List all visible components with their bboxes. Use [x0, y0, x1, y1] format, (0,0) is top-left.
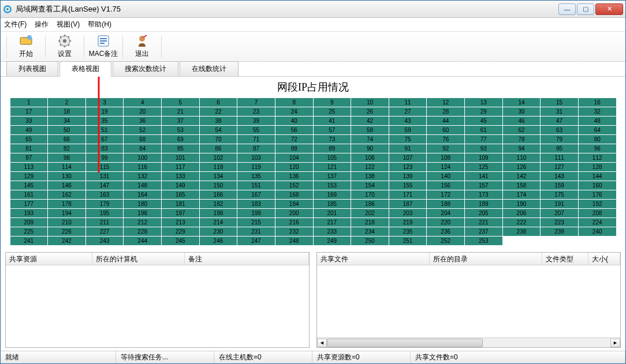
ip-cell[interactable]: 132	[124, 172, 161, 181]
ip-cell[interactable]: 204	[427, 209, 464, 217]
ip-cell[interactable]: 33	[10, 117, 48, 125]
ip-cell[interactable]: 105	[314, 153, 351, 162]
col-computer[interactable]: 所在的计算机	[92, 253, 185, 265]
ip-cell[interactable]: 233	[314, 227, 351, 236]
ip-cell[interactable]: 93	[465, 144, 502, 153]
ip-cell[interactable]: 151	[237, 181, 275, 190]
ip-cell[interactable]: 247	[237, 237, 275, 245]
ip-cell[interactable]: 191	[541, 200, 578, 208]
ip-cell[interactable]: 112	[579, 153, 616, 162]
ip-cell[interactable]: 154	[351, 181, 389, 190]
ip-cell[interactable]: 81	[10, 144, 48, 153]
ip-cell[interactable]: 47	[541, 117, 578, 125]
ip-cell[interactable]: 245	[162, 237, 199, 245]
ip-cell[interactable]: 195	[86, 209, 124, 217]
ip-cell[interactable]: 72	[275, 135, 313, 144]
ip-cell[interactable]: 69	[162, 135, 199, 144]
ip-cell[interactable]: 179	[86, 200, 124, 208]
ip-cell[interactable]: 84	[124, 144, 161, 153]
ip-cell[interactable]: 76	[427, 135, 464, 144]
ip-cell[interactable]: 16	[579, 98, 616, 107]
ip-cell[interactable]: 110	[503, 153, 541, 162]
ip-cell[interactable]: 107	[389, 153, 427, 162]
ip-cell[interactable]: 155	[389, 181, 427, 190]
ip-cell[interactable]: 61	[465, 126, 502, 134]
ip-cell[interactable]: 150	[200, 181, 237, 190]
ip-cell[interactable]: 136	[275, 172, 313, 181]
ip-cell[interactable]: 156	[427, 181, 464, 190]
col-folder[interactable]: 所在的目录	[430, 253, 542, 265]
ip-cell[interactable]: 15	[541, 98, 578, 107]
ip-cell[interactable]: 197	[162, 209, 199, 217]
ip-cell[interactable]: 4	[124, 98, 161, 107]
ip-cell[interactable]: 56	[275, 126, 313, 134]
ip-cell[interactable]: 128	[579, 163, 616, 171]
ip-cell[interactable]: 29	[465, 107, 502, 116]
ip-cell[interactable]: 122	[351, 163, 389, 171]
ip-cell[interactable]: 178	[48, 200, 85, 208]
ip-cell[interactable]: 186	[351, 200, 389, 208]
ip-cell[interactable]: 70	[200, 135, 237, 144]
ip-cell[interactable]: 135	[237, 172, 275, 181]
ip-cell[interactable]: 22	[200, 107, 237, 116]
menu-operate[interactable]: 操作	[35, 20, 49, 29]
col-size[interactable]: 大小(	[588, 253, 620, 265]
ip-cell[interactable]: 223	[541, 218, 578, 227]
ip-cell[interactable]: 114	[48, 163, 85, 171]
ip-cell[interactable]: 10	[351, 98, 389, 107]
ip-cell[interactable]: 39	[237, 117, 275, 125]
ip-cell[interactable]: 9	[314, 98, 351, 107]
ip-cell[interactable]: 26	[351, 107, 389, 116]
menu-view[interactable]: 视图(V)	[57, 20, 80, 29]
ip-cell[interactable]: 113	[10, 163, 48, 171]
ip-cell[interactable]: 211	[86, 218, 124, 227]
ip-cell[interactable]: 157	[465, 181, 502, 190]
ip-cell[interactable]: 1	[10, 98, 48, 107]
ip-cell[interactable]: 171	[389, 190, 427, 199]
ip-cell[interactable]: 115	[86, 163, 124, 171]
ip-cell[interactable]: 137	[314, 172, 351, 181]
ip-cell[interactable]: 244	[124, 237, 161, 245]
ip-cell[interactable]: 13	[465, 98, 502, 107]
ip-cell[interactable]: 142	[503, 172, 541, 181]
ip-cell[interactable]: 54	[200, 126, 237, 134]
ip-cell[interactable]: 134	[200, 172, 237, 181]
ip-cell[interactable]: 77	[465, 135, 502, 144]
ip-cell[interactable]: 109	[465, 153, 502, 162]
ip-cell[interactable]: 91	[389, 144, 427, 153]
ip-cell[interactable]: 50	[48, 126, 85, 134]
ip-cell[interactable]: 17	[10, 107, 48, 116]
col-resource[interactable]: 共享资源	[6, 253, 92, 265]
ip-cell[interactable]: 232	[275, 227, 313, 236]
ip-cell[interactable]: 103	[237, 153, 275, 162]
ip-cell[interactable]: 170	[351, 190, 389, 199]
ip-cell[interactable]: 234	[351, 227, 389, 236]
ip-cell[interactable]: 14	[503, 98, 541, 107]
ip-cell[interactable]: 133	[162, 172, 199, 181]
ip-cell[interactable]: 32	[579, 107, 616, 116]
ip-cell[interactable]: 106	[351, 153, 389, 162]
col-type[interactable]: 文件类型	[542, 253, 588, 265]
ip-cell[interactable]: 123	[389, 163, 427, 171]
mac-button[interactable]: MAC备注	[85, 33, 121, 61]
ip-cell[interactable]: 147	[86, 181, 124, 190]
ip-cell[interactable]: 129	[10, 172, 48, 181]
ip-cell[interactable]: 167	[237, 190, 275, 199]
tab-table-view[interactable]: 表格视图	[59, 61, 111, 77]
ip-cell[interactable]: 238	[503, 227, 541, 236]
ip-cell[interactable]: 108	[427, 153, 464, 162]
ip-cell[interactable]: 89	[314, 144, 351, 153]
ip-cell[interactable]: 20	[124, 107, 161, 116]
start-button[interactable]: 开始	[8, 33, 44, 61]
ip-cell[interactable]: 201	[314, 209, 351, 217]
ip-cell[interactable]: 49	[10, 126, 48, 134]
ip-cell[interactable]: 164	[124, 190, 161, 199]
tab-search-stats[interactable]: 搜索次数统计	[113, 61, 178, 76]
ip-cell[interactable]: 57	[314, 126, 351, 134]
ip-cell[interactable]: 224	[579, 218, 616, 227]
ip-cell[interactable]: 243	[86, 237, 124, 245]
ip-cell[interactable]: 140	[427, 172, 464, 181]
ip-cell[interactable]: 172	[427, 190, 464, 199]
scroll-right-icon[interactable]: ►	[610, 339, 620, 347]
ip-cell[interactable]: 99	[86, 153, 124, 162]
